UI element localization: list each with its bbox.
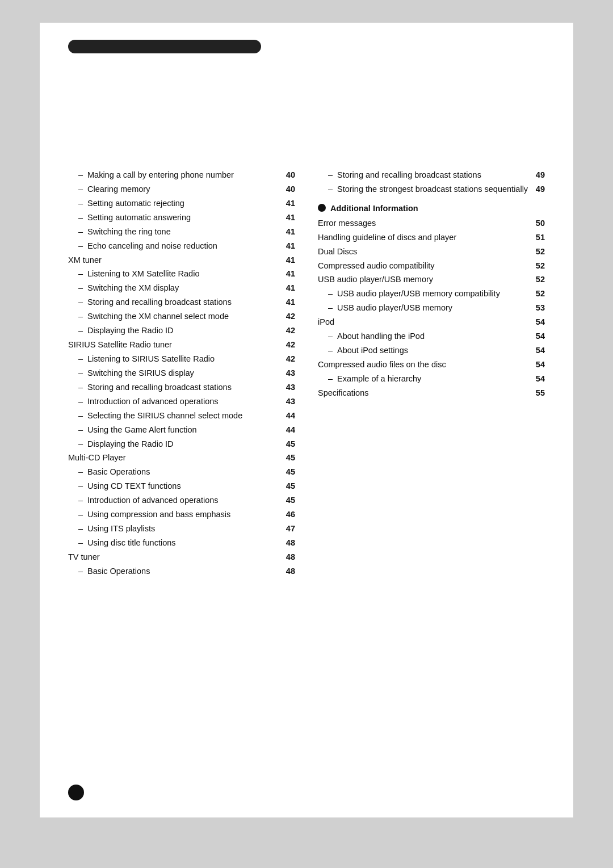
toc-item-num: 43 bbox=[286, 367, 295, 380]
toc-item-text: Compressed audio compatibility bbox=[318, 259, 531, 273]
toc-sub-item: – Using compression and bass emphasis 46 bbox=[68, 508, 295, 522]
toc-item-num: 54 bbox=[536, 358, 545, 372]
toc-sub-item: – About handling the iPod 54 bbox=[318, 330, 545, 343]
toc-item-text: Echo canceling and noise reduction bbox=[87, 240, 282, 253]
toc-dash: – bbox=[78, 282, 85, 295]
toc-item-text: Storing the strongest broadcast stations… bbox=[337, 183, 531, 196]
toc-sub-item: – Echo canceling and noise reduction 41 bbox=[68, 240, 295, 253]
toc-item-text: Using the Game Alert function bbox=[87, 423, 282, 437]
toc-item-text: About handling the iPod bbox=[337, 330, 531, 343]
toc-item-text: USB audio player/USB memory bbox=[318, 273, 531, 287]
toc-item-num: 41 bbox=[286, 211, 295, 225]
toc-sub-item: – Setting automatic rejecting 41 bbox=[68, 197, 295, 211]
left-column: – Making a call by entering phone number… bbox=[68, 169, 295, 579]
toc-sub-item: – USB audio player/USB memory 53 bbox=[318, 301, 545, 315]
toc-sub-item: – Storing and recalling broadcast statio… bbox=[318, 169, 545, 182]
toc-item-text: Storing and recalling broadcast stations bbox=[87, 381, 282, 395]
additional-info-section: Additional Information bbox=[318, 202, 545, 216]
toc-item-text: Using disc title functions bbox=[87, 536, 282, 550]
toc-dash: – bbox=[78, 310, 85, 324]
toc-item-text: Selecting the SIRIUS channel select mode bbox=[87, 409, 282, 423]
toc-item-num: 52 bbox=[536, 245, 545, 259]
toc-item-num: 41 bbox=[286, 296, 295, 309]
toc-item-num: 43 bbox=[286, 395, 295, 409]
toc-item-text: USB audio player/USB memory bbox=[337, 301, 531, 315]
toc-dash: – bbox=[78, 381, 85, 395]
toc-top-item: Specifications 55 bbox=[318, 387, 545, 400]
toc-item-text: Clearing memory bbox=[87, 183, 282, 196]
toc-sub-item: – Switching the XM channel select mode 4… bbox=[68, 310, 295, 324]
toc-sub-item: – Introduction of advanced operations 43 bbox=[68, 395, 295, 409]
toc-dash: – bbox=[78, 225, 85, 239]
toc-item-text: Basic Operations bbox=[87, 466, 282, 479]
toc-sub-item: – Using disc title functions 48 bbox=[68, 536, 295, 550]
toc-item-text: Example of a hierarchy bbox=[337, 372, 531, 386]
toc-dash: – bbox=[78, 565, 85, 578]
toc-item-num: 41 bbox=[286, 197, 295, 211]
toc-item-text: Using ITS playlists bbox=[87, 522, 282, 536]
toc-item-num: 42 bbox=[286, 338, 295, 352]
toc-dash: – bbox=[78, 494, 85, 508]
toc-item-text: Listening to SIRIUS Satellite Radio bbox=[87, 353, 282, 366]
toc-item-num: 45 bbox=[286, 451, 295, 465]
toc-item-text: Handling guideline of discs and player bbox=[318, 231, 531, 245]
toc-sub-item: – Storing the strongest broadcast statio… bbox=[318, 183, 545, 196]
toc-sub-item: – Storing and recalling broadcast statio… bbox=[68, 381, 295, 395]
toc-item-num: 49 bbox=[536, 183, 545, 196]
toc-item-num: 45 bbox=[286, 438, 295, 451]
toc-dash: – bbox=[78, 324, 85, 338]
toc-sub-item: – About iPod settings 54 bbox=[318, 344, 545, 358]
toc-item-num: 52 bbox=[536, 259, 545, 273]
toc-sub-item: – Switching the ring tone 41 bbox=[68, 225, 295, 239]
right-column: – Storing and recalling broadcast statio… bbox=[318, 169, 545, 401]
toc-sub-item: – Introduction of advanced operations 45 bbox=[68, 494, 295, 508]
toc-dash: – bbox=[78, 409, 85, 423]
toc-item-num: 42 bbox=[286, 353, 295, 366]
toc-item-num: 52 bbox=[536, 287, 545, 301]
toc-item-num: 54 bbox=[536, 330, 545, 343]
toc-sub-item: – Basic Operations 48 bbox=[68, 565, 295, 578]
toc-dash: – bbox=[78, 522, 85, 536]
toc-top-item: USB audio player/USB memory 52 bbox=[318, 273, 545, 287]
toc-item-num: 41 bbox=[286, 282, 295, 295]
toc-sub-item: – Listening to XM Satellite Radio 41 bbox=[68, 267, 295, 281]
toc-item-num: 55 bbox=[536, 387, 545, 400]
toc-item-num: 54 bbox=[536, 316, 545, 329]
toc-item-text: Listening to XM Satellite Radio bbox=[87, 267, 282, 281]
toc-sub-item: – Displaying the Radio ID 42 bbox=[68, 324, 295, 338]
toc-sub-item: – Displaying the Radio ID 45 bbox=[68, 438, 295, 451]
toc-item-text: Switching the SIRIUS display bbox=[87, 367, 282, 380]
toc-sub-item: – USB audio player/USB memory compatibil… bbox=[318, 287, 545, 301]
toc-item-num: 48 bbox=[286, 536, 295, 550]
toc-item-text: Displaying the Radio ID bbox=[87, 438, 282, 451]
toc-dash: – bbox=[328, 287, 335, 301]
toc-dash: – bbox=[78, 438, 85, 451]
toc-item-num: 47 bbox=[286, 522, 295, 536]
toc-dash: – bbox=[78, 536, 85, 550]
toc-top-item: Dual Discs 52 bbox=[318, 245, 545, 259]
toc-dash: – bbox=[78, 508, 85, 522]
toc-item-num: 41 bbox=[286, 267, 295, 281]
toc-item-text: Displaying the Radio ID bbox=[87, 324, 282, 338]
toc-dash: – bbox=[78, 183, 85, 196]
toc-dash: – bbox=[328, 169, 335, 182]
toc-item-num: 41 bbox=[286, 240, 295, 253]
toc-item-num: 49 bbox=[536, 169, 545, 182]
toc-sub-item: – Selecting the SIRIUS channel select mo… bbox=[68, 409, 295, 423]
toc-item-num: 54 bbox=[536, 344, 545, 358]
toc-item-num: 42 bbox=[286, 310, 295, 324]
toc-item-num: 48 bbox=[286, 565, 295, 578]
toc-item-text: Storing and recalling broadcast stations bbox=[337, 169, 531, 182]
toc-dash: – bbox=[78, 395, 85, 409]
toc-sub-item: – Making a call by entering phone number… bbox=[68, 169, 295, 182]
toc-sub-item: – Basic Operations 45 bbox=[68, 466, 295, 479]
title-bar bbox=[68, 40, 261, 53]
toc-item-num: 44 bbox=[286, 409, 295, 423]
toc-item-num: 50 bbox=[536, 217, 545, 230]
toc-item-text: Compressed audio files on the disc bbox=[318, 358, 531, 372]
toc-item-num: 45 bbox=[286, 480, 295, 493]
toc-dash: – bbox=[328, 183, 335, 196]
toc-item-num: 45 bbox=[286, 494, 295, 508]
toc-sub-item: – Using the Game Alert function 44 bbox=[68, 423, 295, 437]
toc-item-text: TV tuner bbox=[68, 551, 282, 564]
